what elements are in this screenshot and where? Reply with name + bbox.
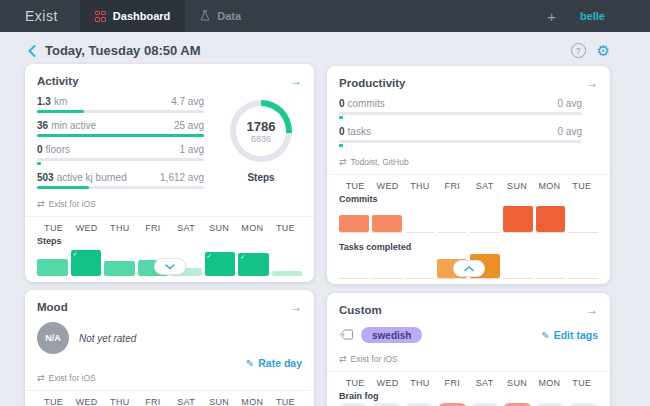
productivity-source: ⇄ Todoist, GitHub <box>327 154 610 174</box>
metric-progress-bar <box>37 110 204 113</box>
day-label: FRI <box>136 397 169 406</box>
metric-value: 0 <box>339 98 345 109</box>
productivity-body: 0commits0 avg0tasks0 avg <box>327 96 610 154</box>
help-icon[interactable]: ? <box>571 43 586 58</box>
mood-status-row: N/A Not yet rated <box>25 320 314 354</box>
chart-column <box>536 253 566 279</box>
day-label: WED <box>70 397 103 406</box>
chart-bar <box>536 206 566 232</box>
chart-bar: ✓ <box>71 250 102 276</box>
day-label: WED <box>371 378 403 388</box>
productivity-detail-arrow-icon[interactable]: → <box>586 76 598 90</box>
commits-bar-chart <box>339 206 598 233</box>
tab-dashboard[interactable]: Dashboard <box>80 0 185 32</box>
metric-progress-bar <box>339 140 582 143</box>
productivity-collapse-button[interactable] <box>453 260 485 277</box>
sync-icon: ⇄ <box>339 157 347 167</box>
day-label: TUE <box>566 181 598 191</box>
day-labels-row: TUEWEDTHUFRISATSUNMONTUE <box>37 223 302 233</box>
day-label: THU <box>103 223 136 233</box>
day-label: MON <box>533 378 565 388</box>
chart-column <box>339 205 369 233</box>
day-label: WED <box>70 223 103 233</box>
day-label: MON <box>236 397 269 406</box>
activity-card: Activity → 1.3km4.7 avg36min active25 av… <box>25 64 314 282</box>
custom-source: ⇄ Exist for iOS <box>327 351 610 371</box>
exist-logo[interactable]: Exist <box>0 0 80 32</box>
tab-data[interactable]: Data <box>185 0 256 32</box>
day-label: TUE <box>339 378 371 388</box>
activity-card-header: Activity → <box>25 64 314 94</box>
metric-zero-tick <box>339 116 343 119</box>
add-icon[interactable]: + <box>547 9 556 24</box>
brain-fog-label: Brain fog <box>339 391 598 401</box>
metric-row: 36min active25 avg <box>37 120 204 137</box>
chart-bar <box>503 206 533 232</box>
back-chevron-icon[interactable] <box>28 45 36 57</box>
day-label: SAT <box>469 378 501 388</box>
metric-zero-tick <box>37 162 41 165</box>
day-label: FRI <box>436 378 468 388</box>
goal-check-icon: ✓ <box>73 251 78 257</box>
metric-progress-bar <box>37 134 204 137</box>
day-label: TUE <box>269 397 302 406</box>
metric-zero-tick <box>339 144 343 147</box>
chart-column: ✓ <box>71 248 102 276</box>
chart-column <box>372 205 402 233</box>
steps-value: 1786 <box>247 119 276 134</box>
activity-source-label: Exist for iOS <box>49 199 96 209</box>
rate-day-link[interactable]: ✎ Rate day <box>246 357 302 369</box>
chart-bar: ✓ <box>238 253 269 276</box>
day-label: THU <box>404 181 436 191</box>
metric-value: 36 <box>37 120 48 131</box>
mood-status-text: Not yet rated <box>79 333 136 344</box>
metric-unit: active kj burned <box>57 172 127 183</box>
chart-column <box>405 205 435 233</box>
custom-card: Custom → swedish ✎ Edit tags ⇄ Exist for… <box>327 293 610 406</box>
tags-row: swedish ✎ Edit tags <box>327 323 610 351</box>
mood-source-label: Exist for iOS <box>49 373 96 383</box>
chart-column <box>536 205 566 233</box>
chart-column <box>272 248 303 276</box>
metric-average: 25 avg <box>174 120 204 131</box>
mood-card-header: Mood → <box>25 290 314 320</box>
chart-column <box>470 205 500 233</box>
mood-title: Mood <box>37 301 68 313</box>
chart-column: ✓ <box>238 248 269 276</box>
day-label: SUN <box>203 223 236 233</box>
metric-value: 503 <box>37 172 54 183</box>
username-link[interactable]: belle <box>580 10 605 22</box>
productivity-card: Productivity → 0commits0 avg0tasks0 avg … <box>327 66 610 284</box>
header-icons: ? ⚙ <box>571 43 610 58</box>
metric-unit: floors <box>46 144 70 155</box>
custom-card-header: Custom → <box>327 293 610 323</box>
steps-donut-chart: 1786 6838 <box>230 100 292 162</box>
metric-average: 0 avg <box>558 126 582 137</box>
edit-tags-link[interactable]: ✎ Edit tags <box>541 329 598 341</box>
tag-pill-swedish[interactable]: swedish <box>361 327 422 343</box>
flask-icon <box>200 10 210 23</box>
chart-bar <box>104 261 135 276</box>
goal-check-icon: ✓ <box>207 253 212 259</box>
chart-bar <box>272 271 303 276</box>
pencil-icon: ✎ <box>541 330 549 341</box>
activity-expand-button[interactable] <box>154 258 186 275</box>
chart-bar <box>37 259 68 276</box>
activity-detail-arrow-icon[interactable]: → <box>290 74 302 88</box>
mood-detail-arrow-icon[interactable]: → <box>290 300 302 314</box>
day-label: FRI <box>436 181 468 191</box>
custom-source-label: Exist for iOS <box>351 354 398 364</box>
tab-data-label: Data <box>217 10 241 22</box>
steps-goal: 6838 <box>251 134 271 144</box>
page-header: Today, Tuesday 08:50 AM ? ⚙ <box>0 32 650 64</box>
gear-icon[interactable]: ⚙ <box>597 43 610 58</box>
mood-na-badge: N/A <box>37 322 69 354</box>
day-label: THU <box>404 378 436 388</box>
metric-unit: km <box>54 96 67 107</box>
sync-icon: ⇄ <box>339 354 347 364</box>
custom-detail-arrow-icon[interactable]: → <box>586 303 598 317</box>
activity-source: ⇄ Exist for iOS <box>25 196 314 216</box>
productivity-title: Productivity <box>339 77 405 89</box>
productivity-metrics: 0commits0 avg0tasks0 avg <box>339 98 598 154</box>
day-label: FRI <box>136 223 169 233</box>
